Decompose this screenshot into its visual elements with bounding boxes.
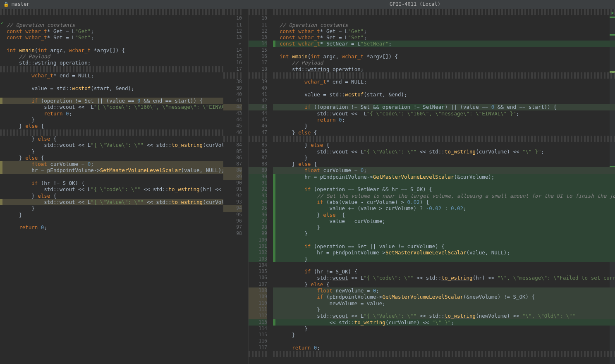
code-line[interactable]: const wchar_t* SetNear = L"SetNear"; xyxy=(273,41,615,47)
code-line[interactable] xyxy=(0,218,223,224)
code-line[interactable]: value = curVolume; xyxy=(273,218,615,224)
fold-separator[interactable] xyxy=(273,72,615,79)
code-line[interactable]: } else { xyxy=(0,123,223,129)
code-line[interactable]: const wchar_t* Set = L"Set"; xyxy=(273,34,615,41)
left-line-numbers: 10111213»141516173839404142»434445468485… xyxy=(223,9,248,364)
code-line[interactable]: } xyxy=(0,117,223,123)
code-line[interactable]: } xyxy=(273,155,615,161)
code-line[interactable]: } xyxy=(273,332,615,338)
code-line[interactable]: std::wstring operation; xyxy=(273,66,615,72)
code-line[interactable]: } xyxy=(273,230,615,237)
left-editor-pane[interactable]: ✓ // Operation constantsconst wchar_t* G… xyxy=(0,9,223,364)
code-line[interactable]: wchar_t* end = NULL; xyxy=(0,72,223,79)
code-line[interactable]: if (hr != S_OK) { xyxy=(273,268,615,275)
apply-chevron-icon[interactable]: » xyxy=(238,104,241,110)
code-line[interactable]: return 0; xyxy=(273,117,615,123)
code-line[interactable]: // Payload xyxy=(273,60,615,66)
code-line[interactable]: } xyxy=(273,256,615,262)
code-line[interactable]: if (pEndpointVolume->GetMasterVolumeLeve… xyxy=(273,294,615,300)
code-line[interactable]: value = std::wcstof(start, &end); xyxy=(0,85,223,91)
code-line[interactable] xyxy=(0,15,223,22)
code-line[interactable] xyxy=(0,41,223,47)
code-line[interactable]: // Payload xyxy=(0,53,223,60)
code-line[interactable] xyxy=(273,47,615,53)
code-line[interactable] xyxy=(273,85,615,91)
code-line[interactable] xyxy=(0,79,223,85)
code-line[interactable]: if ((operation != Set && operation != Se… xyxy=(273,104,615,110)
code-line[interactable] xyxy=(273,338,615,344)
code-line[interactable]: newVolume = value; xyxy=(273,300,615,307)
code-line[interactable]: if (abs(value - curVolume) > 0.02) { xyxy=(273,199,615,205)
code-line[interactable]: float curVolume = 0; xyxy=(0,161,223,167)
code-line[interactable] xyxy=(273,180,615,186)
fold-separator[interactable] xyxy=(273,136,615,142)
code-line[interactable]: if (operation != Set || (value == 0 && e… xyxy=(0,98,223,104)
code-line[interactable]: std::wstring operation; xyxy=(0,60,223,66)
code-line[interactable]: if (operation == SetNear && hr == S_OK) … xyxy=(273,186,615,192)
code-line[interactable]: } else { xyxy=(273,281,615,287)
code-line[interactable]: } else { xyxy=(273,161,615,167)
code-line[interactable]: std::wcout << L"{ \"Value\": \"" << std:… xyxy=(273,313,615,319)
code-line[interactable]: return 0; xyxy=(0,110,223,117)
code-line[interactable]: } else { xyxy=(0,193,223,199)
apply-chevron-icon[interactable]: » xyxy=(238,167,241,173)
code-line[interactable]: // Operation constants xyxy=(0,22,223,28)
code-line[interactable]: float newVolume = 0; xyxy=(273,287,615,294)
fold-separator[interactable] xyxy=(273,351,615,357)
code-line[interactable]: hr = pEndpointVolume->SetMasterVolumeLev… xyxy=(0,167,223,173)
code-line[interactable] xyxy=(273,98,615,104)
code-line[interactable]: } xyxy=(0,205,223,211)
code-line[interactable]: if (hr != S_OK) { xyxy=(0,180,223,186)
fold-separator[interactable] xyxy=(0,129,223,136)
code-line[interactable]: } xyxy=(273,224,615,230)
code-line[interactable] xyxy=(273,237,615,243)
fold-separator[interactable] xyxy=(273,9,615,15)
code-line[interactable]: std::wcout << L"{ \"code\": \"160\", \"m… xyxy=(273,110,615,117)
code-line[interactable]: value += (value > curVolume) ? -0.02 : 0… xyxy=(273,205,615,211)
diff-header: 🔒 master GPII-4011 (Local) xyxy=(0,0,615,9)
code-line[interactable] xyxy=(273,262,615,268)
apply-chevron-icon[interactable]: » xyxy=(238,205,241,211)
code-line[interactable]: hr = pEndpointVolume->SetMasterVolumeLev… xyxy=(273,249,615,256)
code-line[interactable]: std::wcout << L"{ \"code\": \"160\", \"m… xyxy=(0,104,223,110)
code-line[interactable]: std::wcout << L"{ \"code\": \"" << std::… xyxy=(0,186,223,192)
code-line[interactable]: hr = pEndpointVolume->GetMasterVolumeLev… xyxy=(273,174,615,180)
code-line[interactable]: std::wcout << L"{ \"Value\": \"" << std:… xyxy=(0,199,223,205)
status-dot-icon: ✖ xyxy=(611,10,614,16)
right-editor-pane[interactable]: ✖ // Operation constantsconst wchar_t* G… xyxy=(273,9,615,364)
code-line[interactable]: } else { xyxy=(273,142,615,148)
code-line[interactable]: } else { xyxy=(0,136,223,142)
code-line[interactable] xyxy=(273,15,615,22)
fold-separator[interactable] xyxy=(0,9,223,15)
code-line[interactable]: if (operation == Set || value != curVolu… xyxy=(273,243,615,249)
code-line[interactable] xyxy=(0,174,223,180)
code-line[interactable]: return 0; xyxy=(273,345,615,351)
code-line[interactable]: } xyxy=(273,123,615,129)
code-line[interactable]: const wchar_t* Set = L"Set"; xyxy=(0,34,223,41)
code-line[interactable]: << std::to_wstring(curVolume) << "\" }"; xyxy=(273,319,615,326)
code-line[interactable]: } else { xyxy=(0,155,223,161)
code-line[interactable]: // Set the volume to near the target vol… xyxy=(273,193,615,199)
code-line[interactable]: } xyxy=(273,307,615,313)
code-line[interactable]: // Operation constants xyxy=(273,22,615,28)
code-line[interactable]: } xyxy=(273,326,615,332)
code-line[interactable]: float curVolume = 0; xyxy=(273,167,615,173)
code-line[interactable]: } else { xyxy=(273,212,615,218)
code-line[interactable]: int wmain(int argc, wchar_t *argv[]) { xyxy=(0,47,223,53)
code-line[interactable]: } xyxy=(0,212,223,218)
fold-separator[interactable] xyxy=(0,66,223,72)
lock-icon: 🔒 xyxy=(3,1,9,7)
code-line[interactable]: } xyxy=(0,148,223,155)
apply-chevron-icon[interactable]: » xyxy=(238,41,241,47)
code-line[interactable]: } else { xyxy=(273,129,615,136)
code-line[interactable]: wchar_t* end = NULL; xyxy=(273,79,615,85)
code-line[interactable]: std::wcout << L"{ \"Value\": \"" << std:… xyxy=(273,148,615,155)
code-line[interactable]: std::wcout << L"{ \"code\": \"" << std::… xyxy=(273,275,615,281)
code-line[interactable] xyxy=(0,91,223,98)
code-line[interactable]: int wmain(int argc, wchar_t *argv[]) { xyxy=(273,53,615,60)
code-line[interactable]: const wchar_t* Get = L"Get"; xyxy=(273,28,615,34)
code-line[interactable]: std::wcout << L"{ \"Value\": \"" << std:… xyxy=(0,142,223,148)
code-line[interactable]: value = std::wcstof(start, &end); xyxy=(273,91,615,98)
code-line[interactable]: const wchar_t* Get = L"Get"; xyxy=(0,28,223,34)
code-line[interactable]: return 0; xyxy=(0,224,223,230)
